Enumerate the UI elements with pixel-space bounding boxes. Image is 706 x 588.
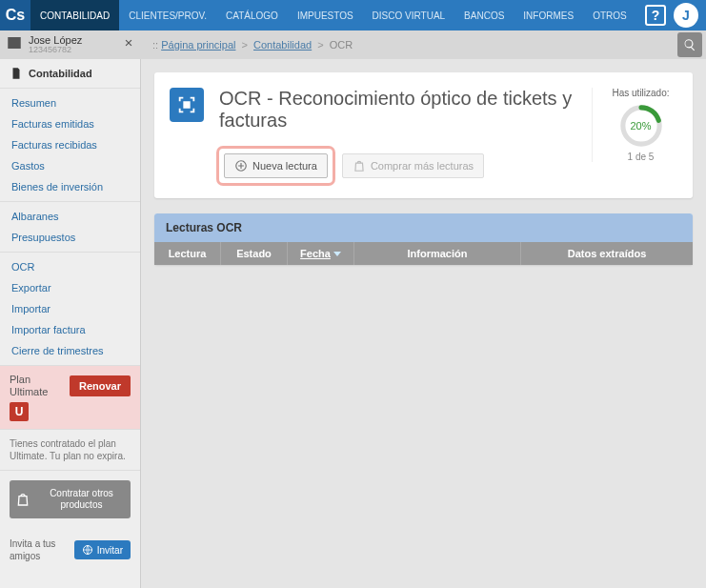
sidebar-item-importar-factura[interactable]: Importar factura xyxy=(0,319,140,340)
usage-percent: 20% xyxy=(619,104,663,148)
search-button[interactable] xyxy=(677,32,702,57)
sidebar-item-albaranes[interactable]: Albaranes xyxy=(0,206,140,227)
second-bar: Jose López 123456782 :: Página principal… xyxy=(0,30,706,59)
globe-icon xyxy=(82,544,93,556)
user-box: Jose López 123456782 xyxy=(0,34,141,55)
topbar-right: ? J xyxy=(637,0,706,30)
sidebar-item-cierre-trimestres[interactable]: Cierre de trimestres xyxy=(0,340,140,361)
tab-disco-virtual[interactable]: DISCO VIRTUAL xyxy=(363,0,455,30)
search-icon xyxy=(683,38,696,51)
sidebar-item-importar[interactable]: Importar xyxy=(0,298,140,319)
sidebar-item-gastos[interactable]: Gastos xyxy=(0,155,140,176)
table-title: Lecturas OCR xyxy=(154,213,693,242)
usage-box: Has utilizado: 20% 1 de 5 xyxy=(592,88,677,162)
col-estado[interactable]: Estado xyxy=(221,242,288,265)
page-title: OCR - Reconocimiento óptico de tickets y… xyxy=(219,88,576,132)
breadcrumb: :: Página principal > Contabilidad > OCR xyxy=(141,39,677,51)
invite-button[interactable]: Invitar xyxy=(74,540,131,559)
sidebar-item-presupuestos[interactable]: Presupuestos xyxy=(0,227,140,248)
sort-desc-icon xyxy=(333,252,341,256)
ocr-icon xyxy=(170,88,204,122)
plus-circle-icon xyxy=(234,159,248,172)
tab-catalogo[interactable]: CATÁLOGO xyxy=(216,0,288,30)
usage-donut: 20% xyxy=(619,104,663,148)
tab-contabilidad[interactable]: CONTABILIDAD xyxy=(30,0,119,30)
plan-label-line1: Plan xyxy=(10,374,48,386)
invite-label: Invita a tus amigos xyxy=(10,537,69,562)
main-content: OCR - Reconocimiento óptico de tickets y… xyxy=(141,59,706,588)
highlighted-action: Nueva lectura xyxy=(219,149,333,183)
col-informacion[interactable]: Información xyxy=(354,242,521,265)
user-icon xyxy=(6,34,23,54)
user-id: 123456782 xyxy=(29,46,116,55)
sidebar-item-facturas-emitidas[interactable]: Facturas emitidas xyxy=(0,113,140,134)
usage-title: Has utilizado: xyxy=(604,88,677,98)
sidebar: Contabilidad Resumen Facturas emitidas F… xyxy=(0,59,141,588)
plan-box: Plan Ultimate Renovar U xyxy=(0,366,140,430)
sidebar-item-facturas-recibidas[interactable]: Facturas recibidas xyxy=(0,134,140,155)
invite-row: Invita a tus amigos Invitar xyxy=(0,528,140,572)
usage-count: 1 de 5 xyxy=(604,152,677,162)
col-lectura[interactable]: Lectura xyxy=(154,242,221,265)
contract-products-button[interactable]: Contratar otros productos xyxy=(10,480,131,518)
tab-informes[interactable]: INFORMES xyxy=(514,0,583,30)
plan-badge: U xyxy=(10,402,29,421)
bag-icon xyxy=(15,492,30,507)
col-fecha[interactable]: Fecha xyxy=(288,242,354,265)
plan-label-line2: Ultimate xyxy=(10,386,48,398)
tab-impuestos[interactable]: IMPUESTOS xyxy=(288,0,363,30)
breadcrumb-link[interactable]: Página principal xyxy=(161,39,235,51)
avatar[interactable]: J xyxy=(674,3,698,28)
col-datos-extraidos[interactable]: Datos extraídos xyxy=(521,242,693,265)
renew-button[interactable]: Renovar xyxy=(70,375,131,396)
breadcrumb-link[interactable]: Contabilidad xyxy=(253,39,312,51)
sidebar-item-bienes-inversion[interactable]: Bienes de inversión xyxy=(0,176,140,197)
table-header-row: Lectura Estado Fecha Información Datos e… xyxy=(154,242,693,265)
top-navbar: Cs CONTABILIDAD CLIENTES/PROV. CATÁLOGO … xyxy=(0,0,706,30)
tab-bancos[interactable]: BANCOS xyxy=(454,0,514,30)
sidebar-item-exportar[interactable]: Exportar xyxy=(0,277,140,298)
app-logo[interactable]: Cs xyxy=(0,0,30,30)
page-header-card: OCR - Reconocimiento óptico de tickets y… xyxy=(154,72,693,198)
tab-otros[interactable]: OTROS xyxy=(583,0,636,30)
tab-clientes[interactable]: CLIENTES/PROV. xyxy=(119,0,216,30)
sidebar-item-ocr[interactable]: OCR xyxy=(0,256,140,277)
plan-description: Tienes contratado el plan Ultimate. Tu p… xyxy=(0,430,140,471)
switch-user-icon[interactable] xyxy=(122,36,135,52)
new-read-button[interactable]: Nueva lectura xyxy=(224,153,328,178)
doc-icon xyxy=(10,67,23,80)
readings-table: Lecturas OCR Lectura Estado Fecha Inform… xyxy=(154,213,693,265)
top-nav-tabs: CONTABILIDAD CLIENTES/PROV. CATÁLOGO IMP… xyxy=(30,0,637,30)
buy-more-button[interactable]: Comprar más lecturas xyxy=(342,153,484,178)
sidebar-heading: Contabilidad xyxy=(0,59,140,89)
bag-icon xyxy=(353,159,366,172)
sidebar-item-resumen[interactable]: Resumen xyxy=(0,92,140,113)
help-icon[interactable]: ? xyxy=(645,5,666,26)
breadcrumb-current: OCR xyxy=(330,39,353,51)
